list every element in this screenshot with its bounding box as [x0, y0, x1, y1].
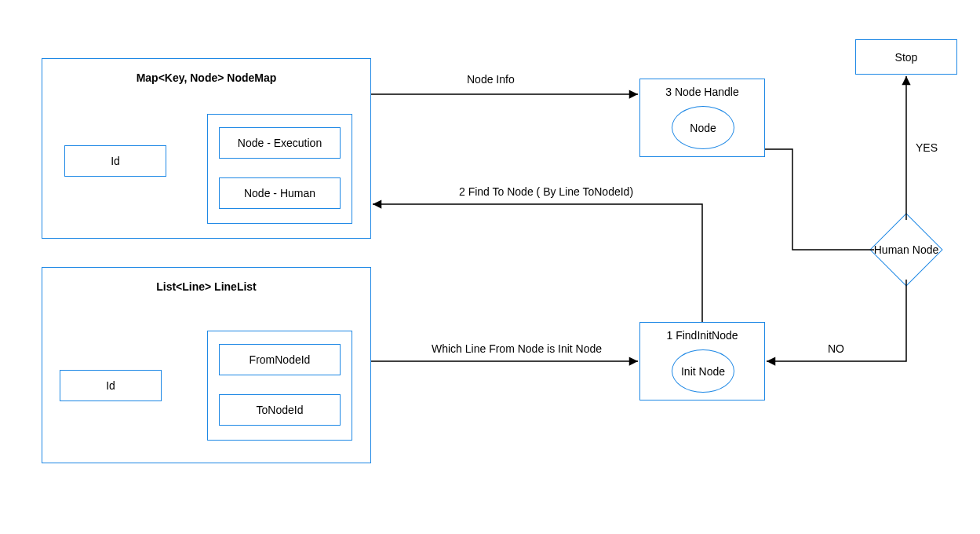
- nodemap-item-1: Node - Human: [219, 177, 341, 209]
- linelist-item-1: ToNodeId: [219, 394, 341, 426]
- nodemap-item-0-label: Node - Execution: [238, 137, 322, 149]
- decision-label: Human Node: [870, 243, 942, 257]
- find-init-ellipse-label: Init Node: [681, 365, 725, 378]
- linelist-item-0-label: FromNodeId: [250, 353, 311, 366]
- nodemap-id-box: Id: [64, 145, 166, 177]
- nodemap-id-label: Id: [111, 155, 120, 167]
- find-init-box: 1 FindInitNode Init Node: [639, 322, 765, 400]
- linelist-container: List<Line> LineList Id FromNodeId ToNode…: [42, 267, 371, 463]
- linelist-id-box: Id: [60, 370, 162, 401]
- linelist-id-label: Id: [106, 379, 115, 392]
- node-handle-ellipse: Node: [672, 106, 734, 149]
- edge-yes: YES: [916, 141, 938, 154]
- nodemap-item-1-label: Node - Human: [244, 187, 315, 199]
- stop-label: Stop: [895, 51, 918, 64]
- edge-which-line: Which Line From Node is Init Node: [432, 342, 602, 355]
- stop-box: Stop: [855, 39, 957, 75]
- node-handle-box: 3 Node Handle Node: [639, 79, 765, 157]
- node-handle-title: 3 Node Handle: [640, 86, 764, 98]
- nodemap-item-0: Node - Execution: [219, 127, 341, 159]
- nodemap-container: Map<Key, Node> NodeMap Id Node - Executi…: [42, 58, 371, 239]
- linelist-item-1-label: ToNodeId: [257, 404, 304, 416]
- edge-no: NO: [828, 342, 844, 355]
- decision-diamond: Human Node: [880, 224, 932, 276]
- nodemap-title: Map<Key, Node> NodeMap: [42, 71, 370, 84]
- linelist-item-0: FromNodeId: [219, 344, 341, 375]
- linelist-title: List<Line> LineList: [42, 280, 370, 293]
- linelist-inner-container: FromNodeId ToNodeId: [207, 331, 352, 441]
- find-init-ellipse: Init Node: [672, 349, 734, 393]
- nodemap-inner-container: Node - Execution Node - Human: [207, 114, 352, 224]
- edge-find-to-node: 2 Find To Node ( By Line ToNodeId): [459, 185, 633, 198]
- find-init-title: 1 FindInitNode: [640, 329, 764, 342]
- edge-node-info: Node Info: [467, 73, 515, 86]
- node-handle-ellipse-label: Node: [690, 122, 716, 134]
